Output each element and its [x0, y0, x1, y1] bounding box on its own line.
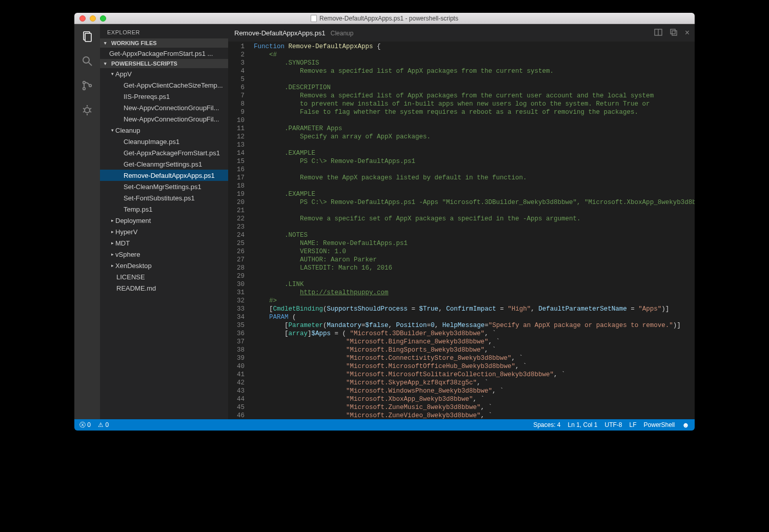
tab-filename: Remove-DefaultAppxApps.ps1 — [234, 29, 326, 37]
svg-point-7 — [85, 108, 90, 113]
status-left: ⓧ 0 ⚠ 0 — [79, 421, 109, 429]
editor-tabbar: Remove-DefaultAppxApps.ps1 Cleanup × — [228, 24, 695, 42]
sidebar-title: EXPLORER — [100, 24, 228, 38]
svg-line-13 — [90, 111, 91, 112]
code-editor[interactable]: 1234567891011121314151617181920212223242… — [228, 42, 695, 419]
split-editor-icon[interactable] — [654, 28, 662, 38]
folder-cleanup[interactable]: ▾ Cleanup — [100, 125, 228, 136]
chevron-right-icon: ▸ — [109, 218, 115, 223]
workspace-header[interactable]: ▾ POWERSHELL-SCRIPTS — [100, 59, 228, 68]
folder-closed[interactable]: ▸HyperV — [100, 226, 228, 237]
file-item[interactable]: Set-CleanMgrSettings.ps1 — [100, 181, 228, 192]
close-window-button[interactable] — [79, 15, 86, 22]
file-item[interactable]: New-AppvConnectionGroupFil... — [100, 102, 228, 113]
file-item[interactable]: New-AppvConnectionGroupFil... — [100, 113, 228, 125]
working-file-item[interactable]: Get-AppxPackageFromStart.ps1 ... — [100, 48, 228, 59]
more-actions-icon[interactable] — [670, 28, 678, 38]
file-item[interactable]: README.md — [100, 282, 228, 294]
tab-folder: Cleanup — [331, 30, 354, 37]
search-activity-icon[interactable] — [80, 54, 94, 68]
file-item[interactable]: CleanupImage.ps1 — [100, 136, 228, 147]
explorer-activity-icon[interactable] — [80, 29, 94, 44]
folder-closed[interactable]: ▸MDT — [100, 237, 228, 249]
working-files-label: WORKING FILES — [111, 40, 157, 46]
minimize-window-button[interactable] — [90, 15, 96, 22]
activity-bar — [74, 24, 100, 419]
encoding-status[interactable]: UTF-8 — [605, 421, 622, 428]
line-number-gutter: 1234567891011121314151617181920212223242… — [228, 42, 251, 419]
code-content[interactable]: Function Remove-DefaultAppxApps { <# .SY… — [251, 42, 695, 419]
eol-status[interactable]: LF — [630, 421, 637, 428]
language-mode[interactable]: PowerShell — [644, 421, 675, 428]
svg-point-5 — [83, 88, 85, 90]
chevron-right-icon: ▸ — [109, 263, 115, 268]
working-files-list: Get-AppxPackageFromStart.ps1 ... — [100, 48, 228, 59]
warnings-badge[interactable]: ⚠ 0 — [98, 421, 109, 428]
svg-point-4 — [83, 81, 85, 84]
svg-line-12 — [83, 111, 85, 112]
editor-actions: × — [654, 28, 690, 38]
window-title: Remove-DefaultAppxApps.ps1 - powershell-… — [74, 15, 695, 22]
file-tree: ▾ AppV Get-AppvClientCacheSizeTemp... II… — [100, 68, 228, 294]
editor-tab[interactable]: Remove-DefaultAppxApps.ps1 Cleanup — [234, 29, 353, 37]
editor-pane: Remove-DefaultAppxApps.ps1 Cleanup × 123… — [228, 24, 695, 419]
close-editor-icon[interactable]: × — [685, 29, 690, 37]
svg-rect-17 — [672, 31, 677, 35]
file-item-selected[interactable]: Remove-DefaultAppxApps.ps1 — [100, 170, 228, 181]
chevron-right-icon: ▸ — [109, 252, 115, 257]
file-icon — [311, 15, 317, 22]
chevron-down-icon: ▾ — [104, 61, 109, 66]
file-item[interactable]: Get-AppvClientCacheSizeTemp... — [100, 79, 228, 91]
chevron-right-icon: ▸ — [109, 240, 115, 245]
folder-closed[interactable]: ▸vSphere — [100, 249, 228, 260]
svg-point-2 — [83, 57, 89, 63]
folder-appv[interactable]: ▾ AppV — [100, 68, 228, 79]
window-controls — [74, 15, 106, 22]
errors-badge[interactable]: ⓧ 0 — [79, 421, 91, 429]
file-item[interactable]: Get-AppxPackageFromStart.ps1 — [100, 147, 228, 158]
working-files-header[interactable]: ▾ WORKING FILES — [100, 38, 228, 48]
explorer-sidebar: EXPLORER ▾ WORKING FILES Get-AppxPackage… — [100, 24, 228, 419]
file-item[interactable]: Set-FontSubstitutes.ps1 — [100, 192, 228, 203]
svg-rect-1 — [85, 33, 91, 42]
app-window: Remove-DefaultAppxApps.ps1 - powershell-… — [74, 13, 695, 431]
chevron-right-icon: ▸ — [109, 229, 115, 234]
svg-line-3 — [89, 63, 92, 66]
git-activity-icon[interactable] — [80, 78, 94, 93]
status-right: Spaces: 4 Ln 1, Col 1 UTF-8 LF PowerShel… — [533, 421, 690, 429]
svg-rect-16 — [671, 29, 675, 34]
file-item[interactable]: IIS-Prereqs.ps1 — [100, 91, 228, 102]
folder-closed[interactable]: ▸XenDesktop — [100, 260, 228, 271]
file-item[interactable]: LICENSE — [100, 271, 228, 282]
titlebar: Remove-DefaultAppxApps.ps1 - powershell-… — [74, 13, 695, 24]
debug-activity-icon[interactable] — [80, 103, 94, 117]
svg-line-11 — [90, 108, 91, 109]
feedback-icon[interactable]: ☻ — [682, 421, 690, 429]
svg-line-10 — [83, 108, 85, 109]
chevron-down-icon: ▾ — [104, 40, 109, 46]
chevron-down-icon: ▾ — [109, 128, 115, 133]
indent-status[interactable]: Spaces: 4 — [533, 421, 560, 428]
status-bar: ⓧ 0 ⚠ 0 Spaces: 4 Ln 1, Col 1 UTF-8 LF P… — [74, 419, 695, 431]
window-title-text: Remove-DefaultAppxApps.ps1 - powershell-… — [319, 15, 458, 22]
maximize-window-button[interactable] — [100, 15, 106, 22]
folder-closed[interactable]: ▸Deployment — [100, 215, 228, 226]
chevron-down-icon: ▾ — [109, 71, 115, 76]
workspace-label: POWERSHELL-SCRIPTS — [111, 60, 177, 67]
file-item[interactable]: Get-CleanmgrSettings.ps1 — [100, 158, 228, 170]
cursor-position[interactable]: Ln 1, Col 1 — [568, 421, 598, 428]
file-item[interactable]: Temp.ps1 — [100, 203, 228, 215]
